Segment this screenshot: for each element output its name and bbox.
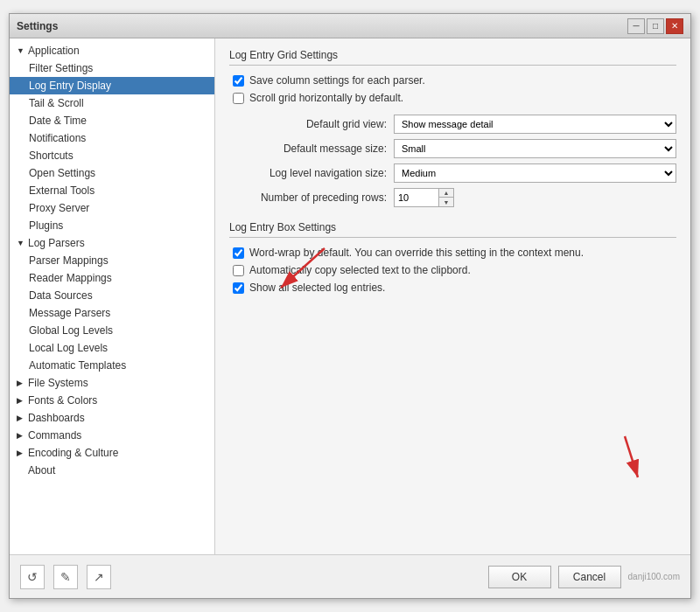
expand-arrow-fonts-icon: ▶ (17, 396, 25, 405)
sidebar: ▼ Application Filter Settings Log Entry … (10, 38, 215, 554)
about-spacer (17, 466, 25, 475)
sidebar-label-commands: Commands (28, 429, 81, 442)
preceding-rows-label: Number of preceding rows: (229, 191, 387, 204)
auto-copy-label[interactable]: Automatically copy selected text to the … (249, 264, 471, 276)
sidebar-item-parser-mappings[interactable]: Parser Mappings (10, 252, 214, 269)
sidebar-label-local-log-levels: Local Log Levels (29, 342, 108, 354)
sidebar-item-local-log-levels[interactable]: Local Log Levels (10, 339, 214, 357)
bottom-bar: ↺ ✎ ↗ OK Cancel danji100.com (10, 554, 690, 598)
sidebar-label-open-settings: Open Settings (29, 167, 95, 179)
default-message-size-select[interactable]: Small Medium Large (394, 139, 676, 158)
checkbox-row-1: Save column settings for each parser. (229, 74, 676, 87)
sidebar-label-date-time: Date & Time (29, 115, 87, 127)
word-wrap-checkbox[interactable] (233, 247, 244, 259)
sidebar-item-shortcuts[interactable]: Shortcuts (10, 147, 214, 164)
checkbox-row-2: Scroll grid horizontally by default. (229, 92, 676, 104)
sidebar-item-external-tools[interactable]: External Tools (10, 182, 214, 199)
expand-arrow-encoding-icon: ▶ (17, 449, 25, 457)
sidebar-item-plugins[interactable]: Plugins (10, 217, 214, 234)
sidebar-item-dashboards[interactable]: ▶ Dashboards (10, 409, 214, 427)
expand-arrow-dashboards-icon: ▶ (17, 414, 25, 422)
main-panel: Log Entry Grid Settings Save column sett… (215, 38, 690, 309)
sidebar-item-open-settings[interactable]: Open Settings (10, 164, 214, 182)
expand-arrow-log-parsers-icon: ▼ (17, 239, 25, 247)
log-level-nav-label: Log level navigation size: (229, 167, 387, 179)
sidebar-item-commands[interactable]: ▶ Commands (10, 427, 214, 444)
box-section-title: Log Entry Box Settings (229, 221, 676, 238)
show-all-entries-checkbox[interactable] (233, 282, 244, 294)
cancel-button[interactable]: Cancel (558, 566, 621, 588)
spinner-up-button[interactable]: ▲ (439, 189, 453, 198)
sidebar-label-encoding-culture: Encoding & Culture (28, 447, 118, 459)
show-all-entries-label[interactable]: Show all selected log entries. (249, 282, 385, 294)
main-panel-wrapper: Log Entry Grid Settings Save column sett… (215, 38, 690, 554)
link-button[interactable]: ↗ (87, 565, 111, 589)
ok-button[interactable]: OK (488, 566, 551, 588)
sidebar-item-data-sources[interactable]: Data Sources (10, 287, 214, 304)
sidebar-item-encoding-culture[interactable]: ▶ Encoding & Culture (10, 444, 214, 462)
minimize-button[interactable]: ─ (627, 18, 645, 34)
sidebar-label-application: Application (28, 45, 80, 57)
sidebar-label-file-systems: File Systems (28, 377, 88, 389)
sidebar-item-file-systems[interactable]: ▶ File Systems (10, 374, 214, 392)
checkbox-row-5: Show all selected log entries. (229, 282, 676, 294)
svg-line-3 (625, 436, 638, 477)
sidebar-item-global-log-levels[interactable]: Global Log Levels (10, 322, 214, 339)
close-button[interactable]: ✕ (666, 18, 683, 34)
title-bar: Settings ─ □ ✕ (10, 14, 690, 38)
sidebar-item-application[interactable]: ▼ Application (10, 42, 214, 59)
sidebar-label-plugins: Plugins (29, 219, 63, 232)
default-grid-view-select[interactable]: Show message detail Show raw message Com… (394, 115, 676, 134)
sidebar-label-reader-mappings: Reader Mappings (29, 272, 112, 284)
edit-button[interactable]: ✎ (53, 565, 78, 589)
watermark: danji100.com (628, 572, 680, 581)
log-level-nav-select[interactable]: Small Medium Large (394, 163, 676, 183)
sidebar-item-filter-settings[interactable]: Filter Settings (10, 59, 214, 77)
sidebar-item-reader-mappings[interactable]: Reader Mappings (10, 269, 214, 287)
word-wrap-label[interactable]: Word-wrap by default. You can override t… (249, 247, 584, 259)
sidebar-label-log-entry-display: Log Entry Display (29, 80, 111, 92)
refresh-button[interactable]: ↺ (20, 565, 45, 589)
content-area: ▼ Application Filter Settings Log Entry … (10, 38, 690, 554)
bottom-left-icons: ↺ ✎ ↗ (20, 565, 111, 589)
default-message-size-label: Default message size: (229, 143, 387, 155)
expand-arrow-icon: ▼ (17, 46, 25, 55)
sidebar-item-about[interactable]: About (10, 462, 214, 479)
sidebar-label-tail-scroll: Tail & Scroll (29, 97, 84, 109)
preceding-rows-input[interactable] (395, 189, 438, 206)
save-column-settings-checkbox[interactable] (233, 75, 244, 87)
sidebar-item-log-entry-display[interactable]: Log Entry Display (10, 77, 214, 94)
preceding-rows-input-wrap: ▲ ▼ (394, 188, 454, 207)
sidebar-item-proxy-server[interactable]: Proxy Server (10, 199, 214, 217)
sidebar-label-message-parsers: Message Parsers (29, 307, 110, 319)
sidebar-item-automatic-templates[interactable]: Automatic Templates (10, 357, 214, 374)
default-grid-view-row: Default grid view: Show message detail S… (229, 115, 676, 134)
sidebar-label-fonts-colors: Fonts & Colors (28, 394, 97, 407)
spinner-down-button[interactable]: ▼ (439, 198, 453, 206)
sidebar-label-notifications: Notifications (29, 132, 86, 144)
sidebar-label-parser-mappings: Parser Mappings (29, 254, 108, 267)
sidebar-item-message-parsers[interactable]: Message Parsers (10, 304, 214, 322)
sidebar-item-tail-scroll[interactable]: Tail & Scroll (10, 94, 214, 112)
title-controls: ─ □ ✕ (627, 18, 683, 34)
scroll-grid-checkbox[interactable] (233, 93, 244, 104)
grid-section-title: Log Entry Grid Settings (229, 49, 676, 66)
auto-copy-checkbox[interactable] (233, 265, 244, 276)
scroll-grid-label[interactable]: Scroll grid horizontally by default. (249, 92, 403, 104)
sidebar-label-dashboards: Dashboards (28, 412, 85, 424)
sidebar-item-log-parsers[interactable]: ▼ Log Parsers (10, 234, 214, 252)
settings-window: Settings ─ □ ✕ ▼ Application Filter Sett… (9, 13, 691, 599)
sidebar-item-date-time[interactable]: Date & Time (10, 112, 214, 129)
expand-arrow-commands-icon: ▶ (17, 431, 25, 440)
maximize-button[interactable]: □ (647, 18, 664, 34)
sidebar-label-filter-settings: Filter Settings (29, 62, 93, 74)
sidebar-label-global-log-levels: Global Log Levels (29, 324, 113, 337)
save-column-settings-label[interactable]: Save column settings for each parser. (249, 74, 425, 87)
sidebar-item-notifications[interactable]: Notifications (10, 129, 214, 147)
checkbox-row-3: Word-wrap by default. You can override t… (229, 247, 676, 259)
sidebar-label-log-parsers: Log Parsers (28, 237, 85, 249)
default-message-size-row: Default message size: Small Medium Large (229, 139, 676, 158)
sidebar-label-proxy-server: Proxy Server (29, 202, 89, 214)
sidebar-label-external-tools: External Tools (29, 184, 94, 197)
sidebar-item-fonts-colors[interactable]: ▶ Fonts & Colors (10, 392, 214, 409)
